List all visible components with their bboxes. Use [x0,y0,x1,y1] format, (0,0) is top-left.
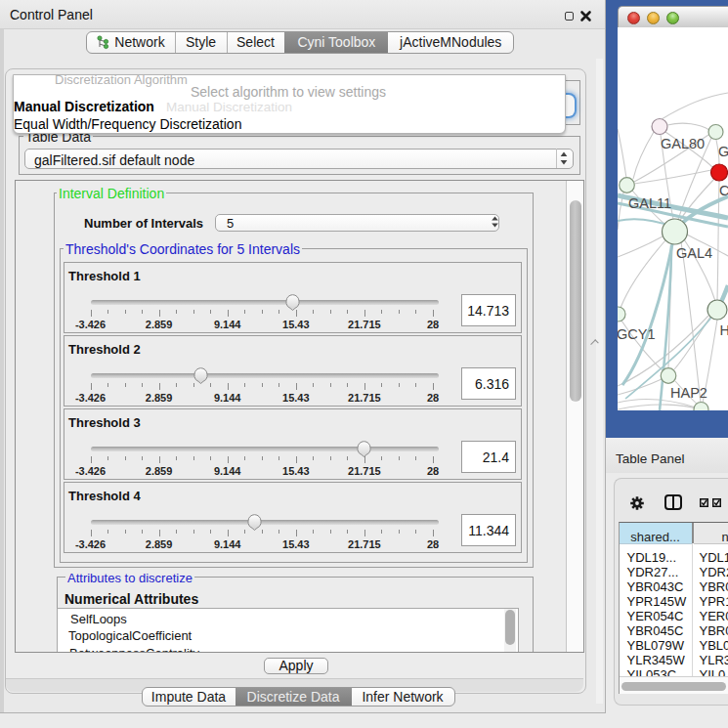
svg-text:GA: GA [718,144,728,159]
svg-text:CA: CA [719,183,728,198]
svg-text:H: H [720,322,728,338]
svg-text:HAP2: HAP2 [670,385,707,401]
svg-text:GAL11: GAL11 [628,195,671,211]
svg-text:GAL4: GAL4 [676,245,712,261]
svg-text:GAL80: GAL80 [661,136,705,151]
svg-text:GCY1: GCY1 [618,326,656,342]
